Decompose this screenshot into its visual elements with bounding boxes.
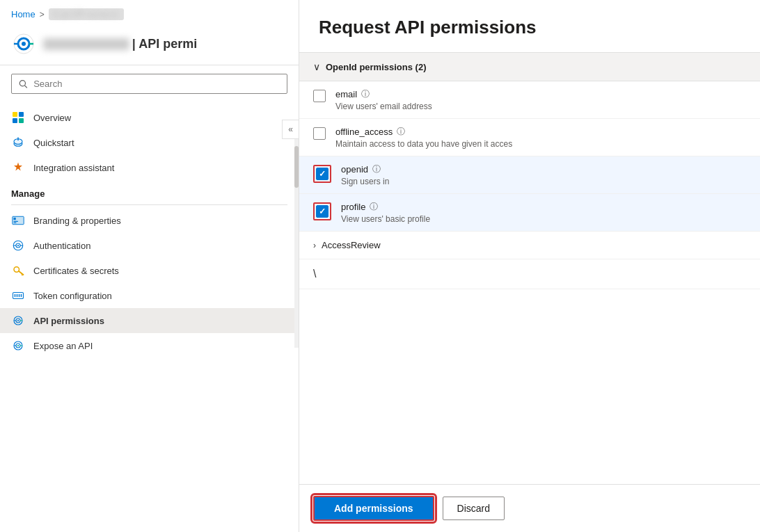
sidebar-item-api-permissions[interactable]: API permissions bbox=[0, 308, 299, 333]
permission-row-openid: openid ⓘ Sign users in bbox=[299, 156, 760, 194]
left-panel: Home > CallProtect CallProtect | API per… bbox=[0, 0, 299, 532]
profile-checkbox[interactable] bbox=[316, 205, 328, 218]
openid-red-border bbox=[313, 165, 331, 183]
svg-rect-12 bbox=[13, 221, 18, 222]
sidebar-item-label: Branding & properties bbox=[33, 216, 121, 226]
offline-access-perm-desc: Maintain access to data you have given i… bbox=[335, 139, 746, 149]
permissions-content: ∨ OpenId permissions (2) email ⓘ View us… bbox=[299, 53, 760, 484]
email-checkbox-wrap[interactable] bbox=[313, 90, 326, 102]
sidebar-item-label: Overview bbox=[33, 113, 71, 123]
sidebar-item-label: Authentication bbox=[33, 241, 90, 251]
openid-section-title: OpenId permissions (2) bbox=[326, 62, 426, 72]
svg-point-29 bbox=[17, 320, 19, 321]
permission-row-offline-access: offline_access ⓘ Maintain access to data… bbox=[299, 119, 760, 156]
profile-checkbox-wrap[interactable] bbox=[313, 202, 331, 220]
search-input[interactable] bbox=[33, 79, 280, 89]
svg-line-21 bbox=[22, 274, 22, 275]
app-icon bbox=[11, 31, 36, 56]
api-permissions-icon bbox=[11, 314, 25, 328]
more-section-chevron-icon: \ bbox=[313, 268, 316, 280]
expose-api-icon bbox=[11, 339, 25, 353]
email-perm-desc: View users' email address bbox=[335, 102, 746, 111]
svg-line-6 bbox=[25, 86, 27, 88]
sidebar-item-label: Integration assistant bbox=[33, 163, 114, 173]
openid-section-header[interactable]: ∨ OpenId permissions (2) bbox=[299, 53, 760, 81]
permission-row-profile: profile ⓘ View users' basic profile bbox=[299, 194, 760, 232]
app-header: CallProtect | API permi bbox=[0, 26, 299, 65]
sidebar-item-label: Certificates & secrets bbox=[33, 266, 119, 276]
sidebar-item-certificates[interactable]: Certificates & secrets bbox=[0, 258, 299, 283]
integration-icon bbox=[11, 161, 25, 175]
offline-access-checkbox[interactable] bbox=[313, 127, 326, 140]
access-review-label: AccessReview bbox=[322, 240, 381, 250]
sidebar-item-authentication[interactable]: Authentication bbox=[0, 233, 299, 258]
collapse-button[interactable]: « bbox=[282, 120, 299, 139]
openid-perm-info: openid ⓘ Sign users in bbox=[341, 163, 746, 186]
permission-row-email: email ⓘ View users' email address bbox=[299, 81, 760, 119]
sidebar-item-expose-api[interactable]: Expose an API bbox=[0, 333, 299, 358]
scrollbar-thumb[interactable] bbox=[294, 146, 299, 188]
right-panel: Request API permissions ∨ OpenId permiss… bbox=[299, 0, 760, 532]
svg-line-20 bbox=[19, 271, 24, 275]
sidebar-item-token[interactable]: Token configuration bbox=[0, 283, 299, 308]
sidebar-item-label: Token configuration bbox=[33, 291, 112, 301]
add-permissions-button[interactable]: Add permissions bbox=[313, 496, 434, 521]
openid-checkbox-wrap[interactable] bbox=[313, 165, 331, 183]
breadcrumb-home[interactable]: Home bbox=[11, 9, 35, 19]
key-icon bbox=[11, 264, 25, 277]
overview-icon bbox=[11, 111, 25, 124]
offline-access-info-icon[interactable]: ⓘ bbox=[397, 126, 405, 138]
quickstart-icon bbox=[11, 136, 25, 150]
access-review-item[interactable]: › AccessReview bbox=[299, 232, 760, 259]
sidebar-item-label: Quickstart bbox=[33, 138, 74, 148]
svg-point-34 bbox=[17, 345, 19, 346]
sidebar-item-integration[interactable]: Integration assistant bbox=[0, 155, 299, 180]
svg-rect-11 bbox=[13, 218, 15, 220]
branding-icon bbox=[11, 213, 25, 227]
openid-perm-desc: Sign users in bbox=[341, 177, 746, 186]
scrollbar-track bbox=[294, 139, 299, 348]
email-perm-info: email ⓘ View users' email address bbox=[335, 88, 746, 111]
footer-buttons: Add permissions Discard bbox=[299, 484, 760, 532]
email-info-icon[interactable]: ⓘ bbox=[361, 88, 370, 100]
profile-perm-info: profile ⓘ View users' basic profile bbox=[341, 201, 746, 224]
offline-access-perm-info: offline_access ⓘ Maintain access to data… bbox=[335, 126, 746, 149]
profile-perm-desc: View users' basic profile bbox=[341, 214, 746, 224]
panel-title: Request API permissions bbox=[299, 0, 760, 53]
offline-access-perm-name: offline_access ⓘ bbox=[335, 126, 746, 138]
svg-rect-13 bbox=[13, 223, 16, 223]
nav-items: Overview Quickstart Integration assistan… bbox=[0, 102, 299, 532]
sidebar-item-overview[interactable]: Overview bbox=[0, 105, 299, 130]
profile-perm-name: profile ⓘ bbox=[341, 201, 746, 213]
breadcrumb-current: CallProtect bbox=[49, 8, 125, 20]
discard-button[interactable]: Discard bbox=[443, 497, 505, 520]
manage-divider bbox=[11, 204, 287, 205]
search-bar[interactable] bbox=[11, 74, 287, 94]
access-review-chevron-icon: › bbox=[313, 241, 316, 250]
app-title: CallProtect | API permi bbox=[43, 37, 197, 51]
svg-point-16 bbox=[17, 245, 19, 246]
email-perm-name: email ⓘ bbox=[335, 88, 746, 100]
profile-red-border bbox=[313, 202, 331, 220]
manage-section-label: Manage bbox=[0, 180, 299, 202]
breadcrumb: Home > CallProtect bbox=[0, 0, 299, 26]
token-icon bbox=[11, 289, 25, 303]
search-icon bbox=[19, 79, 28, 89]
openid-checkbox[interactable] bbox=[316, 168, 328, 180]
auth-icon bbox=[11, 239, 25, 252]
email-checkbox[interactable] bbox=[313, 90, 326, 102]
offline-access-checkbox-wrap[interactable] bbox=[313, 127, 326, 140]
svg-point-2 bbox=[22, 42, 26, 46]
openid-info-icon[interactable]: ⓘ bbox=[372, 163, 381, 175]
sidebar-item-label: Expose an API bbox=[33, 341, 93, 351]
sidebar-item-branding[interactable]: Branding & properties bbox=[0, 208, 299, 233]
breadcrumb-separator: > bbox=[40, 10, 45, 19]
sidebar-item-quickstart[interactable]: Quickstart bbox=[0, 130, 299, 155]
openid-perm-name: openid ⓘ bbox=[341, 163, 746, 175]
more-section-item[interactable]: \ bbox=[299, 259, 760, 289]
sidebar-item-label: API permissions bbox=[33, 316, 104, 326]
profile-info-icon[interactable]: ⓘ bbox=[370, 201, 378, 213]
openid-chevron-icon: ∨ bbox=[313, 61, 320, 72]
